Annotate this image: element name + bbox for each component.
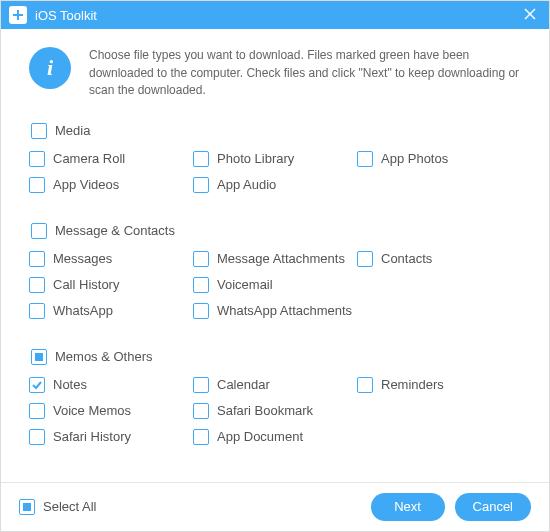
indeterminate-mark [23, 503, 31, 511]
close-button[interactable] [519, 8, 541, 22]
checkbox-box [193, 403, 209, 419]
checkbox-camera-roll[interactable]: Camera Roll [29, 148, 193, 170]
footer: Select All Next Cancel [1, 482, 549, 531]
checkbox-label: Voicemail [217, 277, 273, 292]
checkbox-box [357, 377, 373, 393]
checkbox-app-photos[interactable]: App Photos [357, 148, 521, 170]
cancel-button[interactable]: Cancel [455, 493, 531, 521]
app-icon [9, 6, 27, 24]
checkbox-label: Contacts [381, 251, 432, 266]
checkbox-message-attachments[interactable]: Message Attachments [193, 248, 357, 270]
checkbox-label: Photo Library [217, 151, 294, 166]
checkbox-box [29, 251, 45, 267]
close-icon [524, 8, 536, 20]
svg-rect-1 [13, 14, 23, 16]
checkbox-box [193, 303, 209, 319]
checkbox-app-document[interactable]: App Document [193, 426, 357, 448]
checkbox-app-videos[interactable]: App Videos [29, 174, 193, 196]
checkbox-app-audio[interactable]: App Audio [193, 174, 357, 196]
checkbox-box [357, 251, 373, 267]
checkbox-whatsapp-attachments[interactable]: WhatsApp Attachments [193, 300, 357, 322]
checkbox-box [357, 151, 373, 167]
checkbox-safari-history[interactable]: Safari History [29, 426, 193, 448]
group-memos: Memos & Others Notes Voice Memos Safari … [29, 346, 521, 452]
checkbox-voicemail[interactable]: Voicemail [193, 274, 357, 296]
checkbox-label: App Audio [217, 177, 276, 192]
checkbox-label: Reminders [381, 377, 444, 392]
checkbox-label: App Photos [381, 151, 448, 166]
checkbox-box [193, 251, 209, 267]
checkbox-whatsapp[interactable]: WhatsApp [29, 300, 193, 322]
checkbox-label: WhatsApp [53, 303, 113, 318]
checkbox-label: Safari History [53, 429, 131, 444]
group-messages-cols: Messages Call History WhatsApp Message A… [29, 248, 521, 326]
checkbox-label: Select All [43, 499, 96, 514]
checkbox-media[interactable]: Media [31, 120, 521, 142]
info-icon: i [29, 47, 71, 89]
checkbox-label: Messages [53, 251, 112, 266]
checkbox-box [29, 303, 45, 319]
group-media-cols: Camera Roll App Videos Photo Library App… [29, 148, 521, 200]
group-messages: Message & Contacts Messages Call History… [29, 220, 521, 326]
checkbox-box [29, 403, 45, 419]
titlebar: iOS Toolkit [1, 1, 549, 29]
checkbox-box [31, 223, 47, 239]
indeterminate-mark [35, 353, 43, 361]
checkbox-reminders[interactable]: Reminders [357, 374, 521, 396]
window-title: iOS Toolkit [35, 8, 519, 23]
content: i Choose file types you want to download… [1, 29, 549, 481]
checkbox-label: Notes [53, 377, 87, 392]
checkbox-label: Memos & Others [55, 349, 153, 364]
checkbox-label: Camera Roll [53, 151, 125, 166]
window: iOS Toolkit i Choose file types you want… [0, 0, 550, 532]
checkbox-photo-library[interactable]: Photo Library [193, 148, 357, 170]
checkbox-box [29, 429, 45, 445]
group-messages-head: Message & Contacts [31, 220, 521, 242]
checkbox-box [193, 151, 209, 167]
checkbox-box [193, 277, 209, 293]
checkbox-notes[interactable]: Notes [29, 374, 193, 396]
checkbox-box [193, 177, 209, 193]
info-text: Choose file types you want to download. … [89, 47, 521, 99]
checkbox-box [29, 277, 45, 293]
checkbox-select-all[interactable]: Select All [19, 496, 96, 518]
checkbox-safari-bookmark[interactable]: Safari Bookmark [193, 400, 357, 422]
checkbox-label: Call History [53, 277, 119, 292]
checkbox-memos-others[interactable]: Memos & Others [31, 346, 521, 368]
info-row: i Choose file types you want to download… [29, 47, 521, 99]
checkbox-box [19, 499, 35, 515]
checkbox-label: App Videos [53, 177, 119, 192]
checkbox-box [29, 151, 45, 167]
checkbox-box [29, 177, 45, 193]
checkbox-call-history[interactable]: Call History [29, 274, 193, 296]
check-icon [31, 379, 43, 391]
checkbox-voice-memos[interactable]: Voice Memos [29, 400, 193, 422]
groups: Media Camera Roll App Videos Photo Libra… [29, 120, 521, 472]
checkbox-messages[interactable]: Messages [29, 248, 193, 270]
checkbox-label: Media [55, 123, 90, 138]
checkbox-message-contacts[interactable]: Message & Contacts [31, 220, 521, 242]
group-memos-head: Memos & Others [31, 346, 521, 368]
checkbox-label: WhatsApp Attachments [217, 303, 352, 318]
checkbox-label: Voice Memos [53, 403, 131, 418]
group-media-head: Media [31, 120, 521, 142]
checkbox-box [29, 377, 45, 393]
checkbox-calendar[interactable]: Calendar [193, 374, 357, 396]
checkbox-label: App Document [217, 429, 303, 444]
checkbox-box [193, 429, 209, 445]
group-memos-cols: Notes Voice Memos Safari History Calenda… [29, 374, 521, 452]
checkbox-box [31, 123, 47, 139]
checkbox-label: Message & Contacts [55, 223, 175, 238]
checkbox-label: Message Attachments [217, 251, 345, 266]
checkbox-contacts[interactable]: Contacts [357, 248, 521, 270]
checkbox-label: Safari Bookmark [217, 403, 313, 418]
checkbox-label: Calendar [217, 377, 270, 392]
next-button[interactable]: Next [371, 493, 445, 521]
checkbox-box [31, 349, 47, 365]
group-media: Media Camera Roll App Videos Photo Libra… [29, 120, 521, 200]
checkbox-box [193, 377, 209, 393]
